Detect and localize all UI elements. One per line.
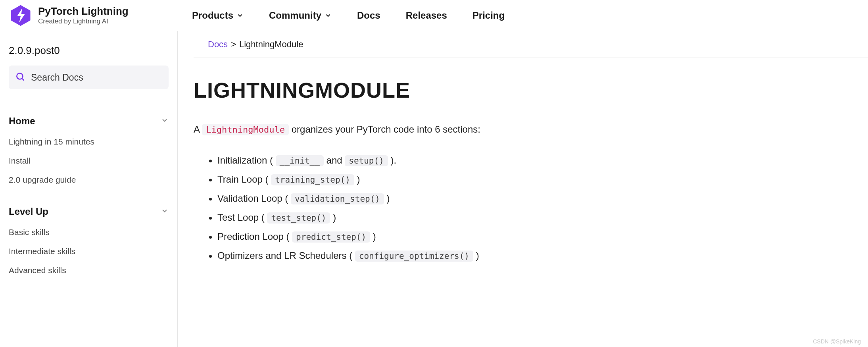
sidebar-section-title: Home — [9, 116, 35, 127]
breadcrumb-separator: > — [231, 39, 236, 50]
code-token: configure_optimizers() — [355, 251, 473, 262]
search-box[interactable] — [9, 66, 169, 89]
sidebar-section-head-home[interactable]: Home — [9, 113, 169, 132]
section-item: Initialization ( __init__ and setup() ). — [217, 151, 854, 170]
code-token: setup() — [345, 155, 388, 166]
sidebar-item[interactable]: Intermediate skills — [9, 242, 169, 261]
breadcrumb-current: LightningModule — [239, 39, 303, 50]
brand-text: PyTorch Lightning Created by Lightning A… — [38, 6, 129, 26]
sections-list: Initialization ( __init__ and setup() ).… — [194, 151, 854, 265]
content: LIGHTNINGMODULE A LightningModule organi… — [194, 58, 868, 265]
nav-community-label: Community — [269, 10, 321, 21]
breadcrumb: Docs > LightningModule — [194, 31, 868, 58]
section-item: Optimizers and LR Schedulers ( configure… — [217, 246, 854, 265]
search-icon — [15, 71, 25, 83]
section-item: Prediction Loop ( predict_step() ) — [217, 227, 854, 246]
chevron-down-icon — [161, 206, 169, 217]
svg-line-3 — [22, 79, 24, 81]
breadcrumb-root-link[interactable]: Docs — [208, 39, 228, 50]
sidebar-section-title: Level Up — [9, 206, 48, 217]
sidebar: 2.0.9.post0 Home Lightning in 15 minutes… — [0, 31, 178, 347]
sidebar-item[interactable]: Basic skills — [9, 223, 169, 242]
code-token: validation_step() — [291, 193, 384, 204]
version-label[interactable]: 2.0.9.post0 — [9, 39, 169, 66]
brand-title: PyTorch Lightning — [38, 6, 129, 17]
sidebar-item[interactable]: 2.0 upgrade guide — [9, 170, 169, 189]
brand-subtitle: Created by Lightning AI — [38, 17, 129, 25]
intro-prefix: A — [194, 124, 202, 135]
top-nav: Products Community Docs Releases Pricing — [192, 10, 505, 21]
intro-paragraph: A LightningModule organizes your PyTorch… — [194, 124, 854, 135]
chevron-down-icon — [161, 116, 169, 127]
nav-releases-label: Releases — [406, 10, 447, 21]
brand[interactable]: PyTorch Lightning Created by Lightning A… — [10, 4, 176, 27]
nav-docs-label: Docs — [357, 10, 380, 21]
code-token: predict_step() — [292, 231, 370, 243]
sidebar-item[interactable]: Install — [9, 151, 169, 170]
intro-code: LightningModule — [202, 124, 289, 135]
watermark: CSDN @SpikeKing — [813, 338, 861, 345]
main: Docs > LightningModule LIGHTNINGMODULE A… — [178, 31, 868, 347]
sidebar-section-head-levelup[interactable]: Level Up — [9, 204, 169, 223]
sidebar-section-home: Home Lightning in 15 minutes Install 2.0… — [9, 113, 169, 189]
section-item: Test Loop ( test_step() ) — [217, 208, 854, 227]
nav-pricing[interactable]: Pricing — [472, 10, 505, 21]
code-token: test_step() — [267, 212, 330, 224]
nav-products-label: Products — [192, 10, 233, 21]
lightning-logo-icon — [10, 4, 32, 27]
sidebar-item[interactable]: Advanced skills — [9, 261, 169, 280]
chevron-down-icon — [236, 12, 244, 19]
page-title: LIGHTNINGMODULE — [194, 78, 854, 102]
search-input[interactable] — [31, 72, 162, 83]
sidebar-section-levelup: Level Up Basic skills Intermediate skill… — [9, 204, 169, 280]
code-token: __init__ — [276, 155, 324, 166]
section-item: Train Loop ( training_step() ) — [217, 170, 854, 189]
nav-products[interactable]: Products — [192, 10, 244, 21]
chevron-down-icon — [325, 12, 332, 19]
intro-suffix: organizes your PyTorch code into 6 secti… — [292, 124, 480, 135]
header: PyTorch Lightning Created by Lightning A… — [0, 0, 868, 31]
code-token: training_step() — [271, 174, 354, 185]
sidebar-item[interactable]: Lightning in 15 minutes — [9, 132, 169, 151]
nav-pricing-label: Pricing — [472, 10, 505, 21]
svg-point-2 — [17, 73, 23, 79]
section-item: Validation Loop ( validation_step() ) — [217, 189, 854, 208]
nav-community[interactable]: Community — [269, 10, 332, 21]
nav-releases[interactable]: Releases — [406, 10, 447, 21]
nav-docs[interactable]: Docs — [357, 10, 380, 21]
